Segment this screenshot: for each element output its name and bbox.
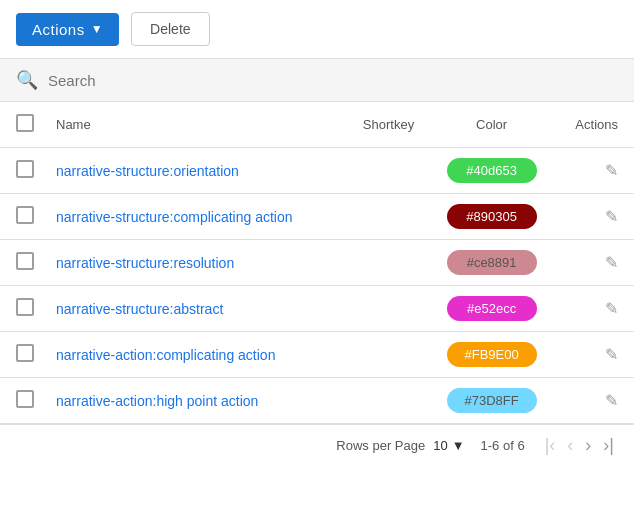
search-bar: 🔍 [0, 58, 634, 102]
row-color: #FB9E00 [429, 332, 555, 378]
row-checkbox-cell [0, 194, 48, 240]
row-checkbox[interactable] [16, 206, 34, 224]
row-checkbox[interactable] [16, 390, 34, 408]
edit-icon[interactable]: ✎ [605, 208, 618, 225]
row-checkbox-cell [0, 240, 48, 286]
row-checkbox[interactable] [16, 344, 34, 362]
table-row: narrative-action:high point action #73D8… [0, 378, 634, 424]
row-color: #890305 [429, 194, 555, 240]
header-color: Color [429, 102, 555, 148]
search-icon: 🔍 [16, 69, 38, 91]
row-checkbox-cell [0, 148, 48, 194]
rows-per-page-chevron-icon: ▼ [452, 438, 465, 453]
row-checkbox-cell [0, 378, 48, 424]
row-color: #40d653 [429, 148, 555, 194]
row-shortkey [348, 194, 428, 240]
row-name: narrative-action:high point action [48, 378, 348, 424]
toolbar: Actions ▼ Delete [0, 0, 634, 58]
rows-per-page-section: Rows per Page 10 ▼ [336, 438, 464, 453]
row-shortkey [348, 240, 428, 286]
row-color: #ce8891 [429, 240, 555, 286]
row-checkbox-cell [0, 286, 48, 332]
row-actions: ✎ [555, 240, 634, 286]
color-badge: #73D8FF [447, 388, 537, 413]
row-name: narrative-structure:abstract [48, 286, 348, 332]
rows-per-page-label: Rows per Page [336, 438, 425, 453]
row-checkbox[interactable] [16, 252, 34, 270]
row-color: #73D8FF [429, 378, 555, 424]
table-row: narrative-structure:orientation #40d653 … [0, 148, 634, 194]
row-name: narrative-action:complicating action [48, 332, 348, 378]
row-name: narrative-structure:complicating action [48, 194, 348, 240]
delete-button[interactable]: Delete [131, 12, 209, 46]
edit-icon[interactable]: ✎ [605, 392, 618, 409]
color-badge: #ce8891 [447, 250, 537, 275]
row-actions: ✎ [555, 378, 634, 424]
row-actions: ✎ [555, 194, 634, 240]
edit-icon[interactable]: ✎ [605, 254, 618, 271]
pagination-nav: |‹ ‹ › ›| [541, 433, 618, 458]
table-footer: Rows per Page 10 ▼ 1-6 of 6 |‹ ‹ › ›| [0, 424, 634, 466]
color-badge: #e52ecc [447, 296, 537, 321]
row-actions: ✎ [555, 148, 634, 194]
color-badge: #890305 [447, 204, 537, 229]
color-badge: #40d653 [447, 158, 537, 183]
edit-icon[interactable]: ✎ [605, 346, 618, 363]
table-row: narrative-structure:resolution #ce8891 ✎ [0, 240, 634, 286]
row-checkbox[interactable] [16, 298, 34, 316]
color-badge: #FB9E00 [447, 342, 537, 367]
chevron-down-icon: ▼ [91, 22, 103, 36]
edit-icon[interactable]: ✎ [605, 162, 618, 179]
header-name: Name [48, 102, 348, 148]
row-actions: ✎ [555, 286, 634, 332]
row-shortkey [348, 332, 428, 378]
row-shortkey [348, 148, 428, 194]
row-checkbox[interactable] [16, 160, 34, 178]
table-header-row: Name Shortkey Color Actions [0, 102, 634, 148]
table-row: narrative-structure:complicating action … [0, 194, 634, 240]
header-actions: Actions [555, 102, 634, 148]
row-name: narrative-structure:resolution [48, 240, 348, 286]
row-shortkey [348, 378, 428, 424]
table-row: narrative-structure:abstract #e52ecc ✎ [0, 286, 634, 332]
next-page-button[interactable]: › [581, 433, 595, 458]
edit-icon[interactable]: ✎ [605, 300, 618, 317]
row-color: #e52ecc [429, 286, 555, 332]
prev-page-button[interactable]: ‹ [563, 433, 577, 458]
row-checkbox-cell [0, 332, 48, 378]
row-actions: ✎ [555, 332, 634, 378]
row-shortkey [348, 286, 428, 332]
last-page-button[interactable]: ›| [599, 433, 618, 458]
actions-button[interactable]: Actions ▼ [16, 13, 119, 46]
rows-per-page-select[interactable]: 10 ▼ [433, 438, 464, 453]
actions-button-label: Actions [32, 21, 85, 38]
header-checkbox-cell [0, 102, 48, 148]
search-input[interactable] [48, 72, 618, 89]
rows-per-page-value: 10 [433, 438, 447, 453]
pagination-count: 1-6 of 6 [481, 438, 525, 453]
select-all-checkbox[interactable] [16, 114, 34, 132]
data-table: Name Shortkey Color Actions narrative-st… [0, 102, 634, 424]
first-page-button[interactable]: |‹ [541, 433, 560, 458]
header-shortkey: Shortkey [348, 102, 428, 148]
table-row: narrative-action:complicating action #FB… [0, 332, 634, 378]
row-name: narrative-structure:orientation [48, 148, 348, 194]
